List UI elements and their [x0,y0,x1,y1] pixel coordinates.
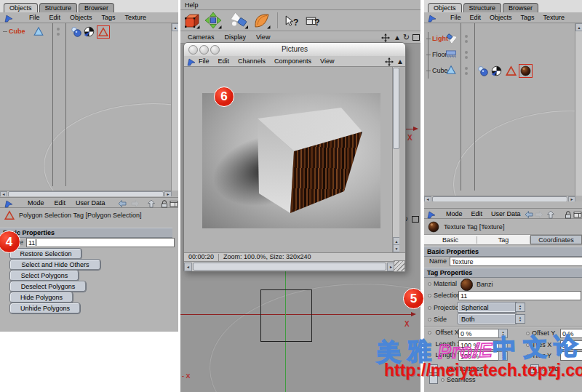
menu-help[interactable]: Help [185,1,199,9]
anim-dot[interactable] [428,331,431,335]
length-y-input[interactable]: 100 % [458,351,499,361]
texture-tag-selected[interactable] [519,64,533,78]
prop-tab-basic[interactable]: Basic [424,236,477,244]
vertical-scrollbar[interactable]: ▲ [575,23,582,196]
anim-dot[interactable] [428,306,431,310]
maximize-view-icon[interactable] [412,34,420,41]
lock-icon[interactable] [160,199,169,208]
cube-object-icon[interactable] [446,65,456,75]
menu-objects[interactable]: Objects [490,14,512,21]
add-light-tool-icon[interactable] [231,12,249,29]
forward-arrow-icon[interactable] [535,210,543,219]
menu-view[interactable]: View [320,57,334,65]
context-help-tool[interactable]: ? [284,14,298,28]
tab-objects[interactable]: Objects [4,3,38,12]
layer-dot[interactable] [57,28,60,31]
vertical-scrollbar[interactable]: ▲ [171,23,178,191]
menu-tags[interactable]: Tags [521,14,535,21]
tab-structure[interactable]: Structure [463,3,502,12]
menu-components[interactable]: Components [274,57,311,65]
polygon-selection-tag-icon[interactable] [506,65,517,76]
scroll-left-arrow[interactable]: ◄ [424,196,431,202]
offset-x-input[interactable]: 0 % [458,329,499,338]
mix-textures-checkbox[interactable] [429,364,438,373]
up-arrow-icon[interactable] [147,199,156,208]
material-swatch[interactable] [461,279,473,291]
pan-view-icon[interactable] [381,33,390,42]
window-help-tool[interactable]: ? [306,14,319,28]
cube-outline[interactable] [260,289,312,342]
polygon-selection-tag-selected[interactable] [97,25,110,39]
side-dropdown-arrows[interactable]: ▲▼ [515,314,525,324]
offset-x-stepper[interactable]: ▲▼ [498,329,508,338]
menu-edit[interactable]: Edit [55,199,66,207]
seamless-checkbox[interactable] [429,375,438,384]
layer-dot[interactable] [465,35,468,38]
menu-edit[interactable]: Edit [470,14,482,21]
horizontal-scrollbar[interactable]: ◄ ► [184,261,395,271]
phong-tag-icon[interactable] [491,65,502,76]
anim-dot[interactable] [526,332,530,335]
menu-file[interactable]: File [199,57,210,65]
pictures-titlebar[interactable]: Pictures [184,43,405,57]
offset-y-input[interactable]: 0 % [560,329,582,338]
length-y-stepper[interactable]: ▲▼ [498,351,508,361]
anim-dot[interactable] [542,367,546,371]
prop-tab-tag[interactable]: Tag [477,236,530,244]
zoom-view-icon[interactable]: ▲ [394,34,401,41]
scroll-down-arrow[interactable]: ▼ [393,244,399,252]
tab-browser[interactable]: Browser [503,3,538,12]
menu-texture[interactable]: Texture [125,14,147,21]
window-resize-grip[interactable] [394,260,405,272]
zoom-view-icon[interactable]: ▲ [396,58,404,65]
object-row-cube[interactable]: Cube [3,26,25,37]
select-polygons-button[interactable]: Select Polygons [10,271,79,281]
tile-checkbox[interactable]: ✓ [530,364,539,373]
scroll-thumb[interactable] [432,196,567,201]
name-input[interactable]: Texture [450,257,582,266]
projection-dropdown-arrows[interactable]: ▲▼ [515,303,525,312]
layer-dot[interactable] [465,51,468,54]
menu-edit[interactable]: Edit [471,210,483,217]
menu-objects[interactable]: Objects [70,14,92,21]
menu-file[interactable]: File [450,14,461,21]
menu-user-data[interactable]: User Data [76,199,105,207]
name-input[interactable]: 11 [26,238,175,247]
deselect-polygons-button[interactable]: Deselect Polygons [10,281,86,292]
lock-icon[interactable] [564,210,573,219]
scroll-left-arrow[interactable]: ◄ [0,191,7,197]
length-x-stepper[interactable]: ▲▼ [498,340,508,350]
anim-dot[interactable] [428,343,431,346]
object-row-light[interactable]: Light [426,33,448,44]
layer-dot[interactable] [465,56,468,59]
anim-dot[interactable] [428,282,431,286]
menu-file[interactable]: File [29,14,40,21]
menu-channels[interactable]: Channels [238,57,266,65]
layer-dot[interactable] [465,40,468,43]
hide-polygons-button[interactable]: Hide Polygons [10,292,73,303]
anim-dot[interactable] [526,343,530,347]
anim-dot[interactable] [526,354,530,358]
tiles-x-input[interactable]: 1 [560,340,582,350]
menu-tags[interactable]: Tags [102,14,116,21]
light-object-icon[interactable] [446,33,456,43]
projection-dropdown[interactable]: Spherical [458,303,516,312]
select-and-hide-others-button[interactable]: Select and Hide Others [10,260,100,270]
menu-display[interactable]: Display [225,33,247,41]
scroll-up-arrow[interactable]: ▲ [172,23,178,31]
scroll-right-arrow[interactable]: ► [568,196,575,202]
anim-dot[interactable] [428,294,431,297]
object-row-floor[interactable]: Floor [426,49,447,60]
restore-selection-button[interactable]: Restore Selection [10,249,81,259]
anim-dot[interactable] [428,318,431,321]
back-arrow-icon[interactable] [118,199,127,208]
up-arrow-icon[interactable] [546,210,555,219]
scroll-left-arrow[interactable]: ◄ [184,263,192,271]
anim-dot[interactable] [441,378,445,382]
menu-mode[interactable]: Mode [446,210,463,217]
panel-layout-icon[interactable] [170,199,178,208]
add-cube-tool-icon[interactable] [183,12,200,29]
length-x-input[interactable]: 100 % [458,340,499,350]
object-row-cube[interactable]: Cube [426,65,448,76]
maximize-view-icon[interactable] [412,216,419,223]
